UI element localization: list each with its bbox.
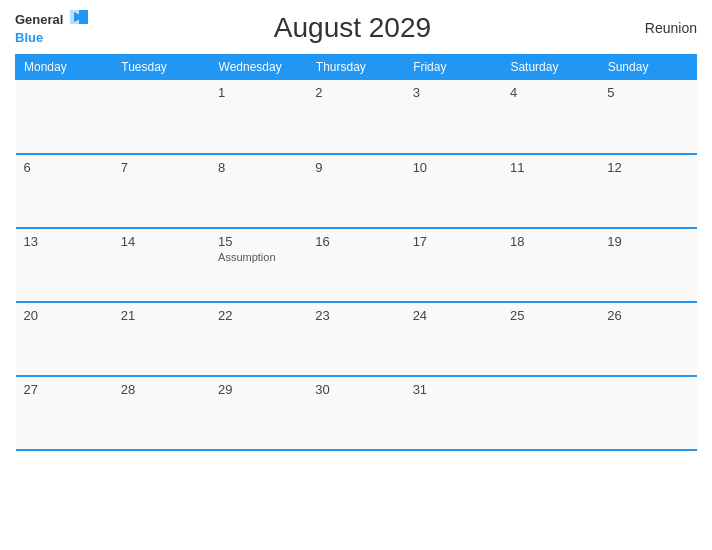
calendar-cell: 23 [307, 302, 404, 376]
logo: General Blue [15, 10, 88, 46]
calendar-cell: 17 [405, 228, 502, 302]
logo-flag-icon [70, 10, 88, 24]
calendar-cell: 7 [113, 154, 210, 228]
header: General Blue August 2029 Reunion [15, 10, 697, 46]
day-number: 12 [607, 160, 688, 175]
weekday-friday: Friday [405, 55, 502, 80]
week-row-3: 131415Assumption16171819 [16, 228, 697, 302]
day-number: 19 [607, 234, 688, 249]
calendar-cell: 11 [502, 154, 599, 228]
calendar-cell: 21 [113, 302, 210, 376]
day-number: 31 [413, 382, 494, 397]
logo-text: General Blue [15, 10, 88, 46]
weekday-saturday: Saturday [502, 55, 599, 80]
calendar-cell: 25 [502, 302, 599, 376]
day-number: 21 [121, 308, 202, 323]
calendar-cell: 9 [307, 154, 404, 228]
weekday-tuesday: Tuesday [113, 55, 210, 80]
week-row-5: 2728293031 [16, 376, 697, 450]
calendar-cell: 15Assumption [210, 228, 307, 302]
location: Reunion [617, 20, 697, 36]
day-number: 7 [121, 160, 202, 175]
day-number: 1 [218, 85, 299, 100]
calendar-cell: 30 [307, 376, 404, 450]
weekday-monday: Monday [16, 55, 113, 80]
day-number: 24 [413, 308, 494, 323]
day-number: 13 [24, 234, 105, 249]
calendar-cell: 20 [16, 302, 113, 376]
calendar-cell: 24 [405, 302, 502, 376]
day-number: 17 [413, 234, 494, 249]
calendar-cell: 4 [502, 80, 599, 154]
day-number: 16 [315, 234, 396, 249]
month-title: August 2029 [88, 12, 617, 44]
calendar-cell: 13 [16, 228, 113, 302]
calendar-cell: 12 [599, 154, 696, 228]
day-number: 6 [24, 160, 105, 175]
day-number: 9 [315, 160, 396, 175]
day-number: 22 [218, 308, 299, 323]
logo-blue: Blue [15, 30, 43, 45]
day-number: 20 [24, 308, 105, 323]
calendar-cell: 27 [16, 376, 113, 450]
calendar-cell: 8 [210, 154, 307, 228]
calendar-cell [599, 376, 696, 450]
day-number: 29 [218, 382, 299, 397]
calendar-cell: 28 [113, 376, 210, 450]
calendar-cell: 14 [113, 228, 210, 302]
calendar-header: MondayTuesdayWednesdayThursdayFridaySatu… [16, 55, 697, 80]
week-row-2: 6789101112 [16, 154, 697, 228]
calendar-cell: 1 [210, 80, 307, 154]
day-number: 8 [218, 160, 299, 175]
week-row-1: 12345 [16, 80, 697, 154]
calendar-cell: 31 [405, 376, 502, 450]
calendar-cell: 18 [502, 228, 599, 302]
day-number: 23 [315, 308, 396, 323]
day-number: 14 [121, 234, 202, 249]
calendar-cell: 2 [307, 80, 404, 154]
calendar-cell: 29 [210, 376, 307, 450]
weekday-sunday: Sunday [599, 55, 696, 80]
calendar: MondayTuesdayWednesdayThursdayFridaySatu… [15, 54, 697, 451]
calendar-cell: 6 [16, 154, 113, 228]
weekday-wednesday: Wednesday [210, 55, 307, 80]
calendar-cell: 10 [405, 154, 502, 228]
calendar-cell: 22 [210, 302, 307, 376]
calendar-cell: 16 [307, 228, 404, 302]
day-number: 11 [510, 160, 591, 175]
day-number: 4 [510, 85, 591, 100]
day-number: 5 [607, 85, 688, 100]
day-number: 28 [121, 382, 202, 397]
calendar-cell: 3 [405, 80, 502, 154]
calendar-cell: 19 [599, 228, 696, 302]
day-event: Assumption [218, 251, 275, 263]
day-number: 26 [607, 308, 688, 323]
calendar-cell: 5 [599, 80, 696, 154]
calendar-body: 123456789101112131415Assumption161718192… [16, 80, 697, 450]
calendar-cell: 26 [599, 302, 696, 376]
weekday-thursday: Thursday [307, 55, 404, 80]
day-number: 15 [218, 234, 299, 249]
calendar-cell [16, 80, 113, 154]
week-row-4: 20212223242526 [16, 302, 697, 376]
day-number: 30 [315, 382, 396, 397]
calendar-cell [502, 376, 599, 450]
day-number: 3 [413, 85, 494, 100]
day-number: 18 [510, 234, 591, 249]
weekday-header-row: MondayTuesdayWednesdayThursdayFridaySatu… [16, 55, 697, 80]
day-number: 2 [315, 85, 396, 100]
calendar-cell [113, 80, 210, 154]
day-number: 25 [510, 308, 591, 323]
day-number: 27 [24, 382, 105, 397]
logo-general: General [15, 12, 63, 27]
day-number: 10 [413, 160, 494, 175]
